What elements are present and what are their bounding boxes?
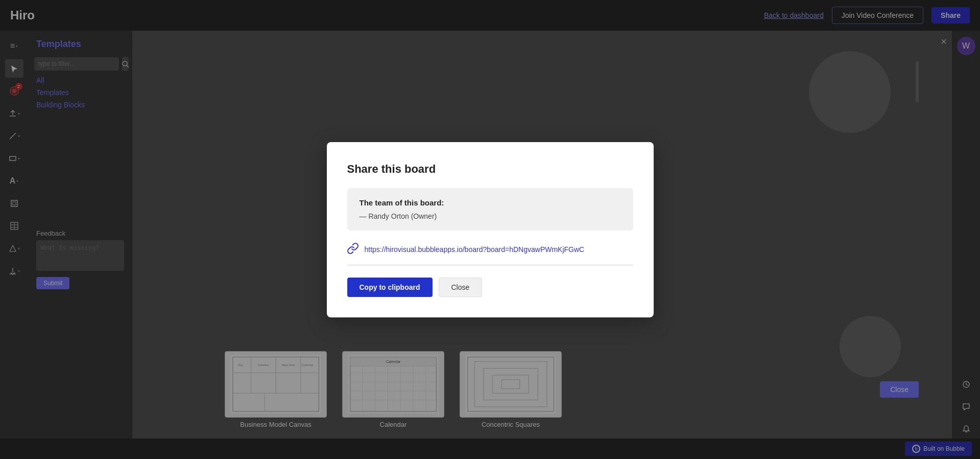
modal-team-member: — Randy Orton (Owner) [360,212,621,220]
modal-team-box: The team of this board: — Randy Orton (O… [347,188,633,231]
modal-team-label: The team of this board: [360,198,621,207]
share-modal: Share this board The team of this board:… [327,142,654,317]
close-modal-button[interactable]: Close [439,278,483,297]
modal-actions: Copy to clipboard Close [347,278,633,297]
modal-url-row: https://hirovisual.bubbleapps.io/board?b… [347,243,633,265]
copy-to-clipboard-button[interactable]: Copy to clipboard [347,278,433,297]
modal-overlay: Share this board The team of this board:… [0,0,980,459]
modal-title: Share this board [347,163,633,176]
link-icon [347,243,358,257]
share-url: https://hirovisual.bubbleapps.io/board?b… [365,245,585,254]
